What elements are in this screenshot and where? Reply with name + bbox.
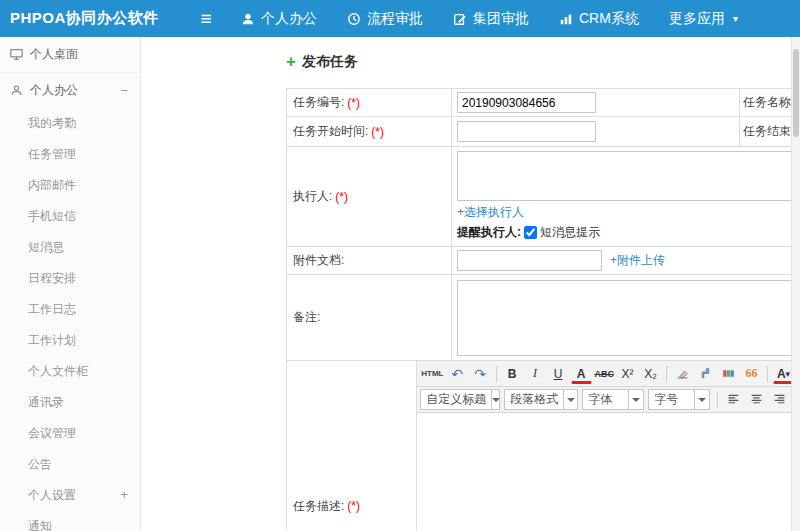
remark-label: 备注: [287,275,452,360]
description-label: 任务描述:(*) [287,361,417,531]
nav-label: 集团审批 [473,10,529,28]
sidebar-item-settings[interactable]: 个人设置 + [0,480,140,511]
editor-toolbar-row1: HTML ↶ ↷ B I U A ABC X² X₂ [417,361,797,387]
required-mark: (*) [347,96,360,110]
form-row-attachment: 附件文档: +附件上传 [287,247,797,275]
chevron-down-icon [628,390,643,409]
attachment-input[interactable] [457,250,602,271]
sidebar-item-file-cabinet[interactable]: 个人文件柜 [0,356,140,387]
italic-button[interactable]: I [525,364,546,384]
sidebar: 个人桌面 个人办公 − 我的考勤 任务管理 内部邮件 手机短信 短消息 日程安排… [0,37,141,531]
sidebar-item-short-message[interactable]: 短消息 [0,232,140,263]
sidebar-item-task-management[interactable]: 任务管理 [0,139,140,170]
sidebar-item-label: 个人设置 [28,488,76,502]
nav-label: CRM系统 [579,10,639,28]
nav-item-group-approval[interactable]: 集团审批 [438,0,544,37]
form-row-start-time: 任务开始时间:(*) 任务结束时间:(*) [287,117,797,147]
edit-icon [453,12,467,26]
task-no-label: 任务编号:(*) [287,89,452,116]
bar-chart-icon [559,12,573,26]
html-source-button[interactable]: HTML [420,364,444,384]
editor-content[interactable] [417,413,797,531]
executor-textarea[interactable] [457,151,792,201]
sms-remind-checkbox[interactable] [524,226,537,239]
subscript-button[interactable]: X₂ [640,364,661,384]
form-row-description: 任务描述:(*) HTML ↶ ↷ B I U A ABC X² [287,361,797,531]
expand-toggle[interactable]: + [120,487,128,502]
start-time-input[interactable] [457,121,596,142]
required-mark: (*) [347,499,360,513]
redo-icon[interactable]: ↷ [470,364,491,384]
form-row-remark: 备注: [287,275,797,361]
editor-toolbar-row2: 自定义标题 段落格式 字体 字号 [417,387,797,413]
end-time-label: 任务结束时间:(*) [739,117,797,146]
main-content: + 发布任务 任务编号:(*) 任务名称:(*) 任务开始时间:(*) [142,37,800,531]
app-logo: PHPOA协同办公软件 [0,9,186,28]
sidebar-item-announcement[interactable]: 公告 [0,449,140,480]
main-nav: 个人办公 流程审批 集团审批 CRM系统 更多应用 ▾ [226,0,753,37]
form-row-executor: 执行人:(*) +选择执行人 提醒执行人: 短消息提示 [287,147,797,247]
menu-icon[interactable]: ≡ [186,8,226,30]
custom-title-select[interactable]: 自定义标题 [420,389,500,410]
sidebar-item-sms[interactable]: 手机短信 [0,201,140,232]
rich-text-editor: HTML ↶ ↷ B I U A ABC X² X₂ [417,361,797,531]
sidebar-item-contacts[interactable]: 通讯录 [0,387,140,418]
chevron-down-icon: ▾ [786,369,791,379]
align-center-icon[interactable] [746,390,767,410]
underline-button[interactable]: U [548,364,569,384]
sidebar-item-meeting[interactable]: 会议管理 [0,418,140,449]
user-icon [241,12,255,26]
strikethrough-button[interactable]: ABC [594,364,616,384]
chevron-down-icon [563,390,577,409]
paint-palette-icon[interactable] [718,364,739,384]
blockquote-button[interactable]: 66 [741,364,762,384]
page-title: + 发布任务 [286,53,358,71]
align-left-icon[interactable] [723,390,744,410]
sidebar-section-personal-office[interactable]: 个人办公 − [0,73,140,108]
select-executor-link[interactable]: +选择执行人 [457,204,524,221]
attachment-upload-link[interactable]: +附件上传 [610,252,665,269]
sidebar-item-attendance[interactable]: 我的考勤 [0,108,140,139]
undo-icon[interactable]: ↶ [447,364,468,384]
sidebar-item-work-log[interactable]: 工作日志 [0,294,140,325]
bold-button[interactable]: B [502,364,523,384]
nav-item-process-approval[interactable]: 流程审批 [332,0,438,37]
publish-task-form: 任务编号:(*) 任务名称:(*) 任务开始时间:(*) 任务结束时间:(*) [286,88,798,531]
clock-icon [347,12,361,26]
collapse-toggle[interactable]: − [120,83,128,98]
task-no-input[interactable] [457,92,596,113]
format-brush-icon[interactable] [695,364,716,384]
top-header: PHPOA协同办公软件 ≡ 个人办公 流程审批 集团审批 CRM系统 更多应用 … [0,0,800,37]
font-size-select[interactable]: 字号 [648,389,710,410]
font-color-button[interactable]: A [571,367,592,384]
eraser-icon[interactable] [672,364,693,384]
desktop-icon [10,48,23,61]
start-time-label: 任务开始时间:(*) [287,117,452,146]
sidebar-item-desktop[interactable]: 个人桌面 [0,37,140,73]
align-right-icon[interactable] [769,390,790,410]
required-mark: (*) [335,190,348,204]
sidebar-item-work-plan[interactable]: 工作计划 [0,325,140,356]
sidebar-item-schedule[interactable]: 日程安排 [0,263,140,294]
chevron-down-icon [491,390,500,409]
toolbar-separator [767,366,768,382]
required-mark: (*) [371,125,384,139]
sidebar-item-internal-mail[interactable]: 内部邮件 [0,170,140,201]
toolbar-separator [496,366,497,382]
form-row-task-no: 任务编号:(*) 任务名称:(*) [287,89,797,117]
sms-remind-label: 短消息提示 [540,224,600,241]
page-title-text: 发布任务 [302,53,358,71]
nav-item-more-apps[interactable]: 更多应用 ▾ [654,0,753,37]
sidebar-item-notice[interactable]: 通知 [0,511,140,531]
nav-item-crm[interactable]: CRM系统 [544,0,654,37]
superscript-button[interactable]: X² [617,364,638,384]
remark-textarea[interactable] [457,280,792,356]
font-family-select[interactable]: 字体 [582,389,644,410]
nav-item-personal-office[interactable]: 个人办公 [226,0,332,37]
sidebar-section-label: 个人办公 [30,82,78,99]
attachment-label: 附件文档: [287,247,452,274]
paragraph-format-select[interactable]: 段落格式 [504,389,578,410]
nav-label: 更多应用 [669,10,725,28]
page-scrollbar[interactable] [791,37,800,531]
scrollbar-thumb[interactable] [793,49,799,137]
